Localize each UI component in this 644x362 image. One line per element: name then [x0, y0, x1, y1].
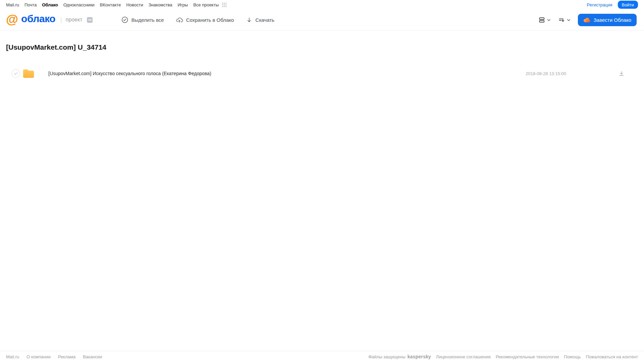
logo-wordmark: облако: [21, 14, 55, 24]
toolbar: Выделить все Сохранить в Облако Скача: [121, 16, 274, 23]
footer: Mail.ru О компании Реклама Вакансии Файл…: [0, 351, 644, 362]
header-controls: Завести Облако: [538, 14, 637, 26]
footer-link-report-content[interactable]: Пожаловаться на контент: [586, 354, 638, 359]
topnav: Mail.ru Почта Облако Одноклассники ВКонт…: [0, 0, 644, 9]
vk-badge-icon: VK: [87, 17, 93, 23]
main-content: [UsupovMarket.com] U_34714: [0, 31, 644, 351]
chevron-down-icon: [566, 18, 571, 22]
footer-link-mailru[interactable]: Mail.ru: [6, 354, 19, 359]
topnav-link-pochta[interactable]: Почта: [24, 2, 37, 7]
footer-link-help[interactable]: Помощь: [564, 354, 581, 359]
sort-toggle[interactable]: [558, 16, 571, 23]
cloud-icon: [583, 17, 591, 22]
footer-link-ads[interactable]: Реклама: [58, 354, 76, 359]
select-all-label: Выделить все: [131, 17, 164, 23]
footer-link-recommendations[interactable]: Рекомендательные технологии: [496, 354, 559, 359]
file-row[interactable]: [UsupovMarket.com] Искусство сексуальног…: [6, 65, 638, 82]
project-label: проект: [66, 17, 83, 23]
create-cloud-label: Завести Облако: [594, 17, 631, 23]
create-cloud-button[interactable]: Завести Облако: [578, 14, 637, 26]
page-title: [UsupovMarket.com] U_34714: [6, 43, 638, 51]
save-to-cloud-label: Сохранить в Облако: [186, 17, 234, 23]
topnav-link-odnoklassniki[interactable]: Одноклассники: [63, 2, 95, 7]
cloud-upload-icon: [176, 16, 183, 23]
footer-link-vacancies[interactable]: Вакансии: [83, 354, 102, 359]
topnav-link-igry[interactable]: Игры: [178, 2, 188, 7]
at-icon: @: [6, 13, 18, 25]
topnav-link-znakomstva[interactable]: Знакомства: [148, 2, 172, 7]
sort-icon: [558, 16, 565, 23]
chevron-down-icon: [547, 18, 551, 22]
file-date: 2018-08-28 13:15:00: [526, 71, 566, 76]
topnav-link-mailru[interactable]: Mail.ru: [6, 2, 19, 7]
row-checkbox[interactable]: [11, 69, 20, 78]
footer-link-license[interactable]: Лицензионное соглашение: [436, 354, 491, 359]
list-view-icon: [538, 16, 545, 23]
download-button[interactable]: Скачать: [246, 17, 274, 23]
download-label: Скачать: [255, 17, 274, 23]
topnav-link-oblako[interactable]: Облако: [42, 2, 58, 7]
file-name-link[interactable]: [UsupovMarket.com] Искусство сексуальног…: [48, 71, 211, 76]
topnav-link-vkontakte[interactable]: ВКонтакте: [100, 2, 121, 7]
cloud-logo[interactable]: @ облако | проект VK: [6, 14, 93, 26]
row-download-button[interactable]: [618, 70, 625, 76]
select-all-button[interactable]: Выделить все: [121, 16, 164, 23]
login-button[interactable]: Войти: [618, 1, 638, 9]
page: Mail.ru Почта Облако Одноклассники ВКонт…: [0, 0, 644, 362]
save-to-cloud-button[interactable]: Сохранить в Облако: [176, 16, 234, 23]
check-circle-icon: [121, 16, 128, 23]
files-protected-label: Файлы защищены: [368, 354, 405, 359]
header: @ облако | проект VK Выделить все: [0, 9, 644, 31]
footer-link-about[interactable]: О компании: [27, 354, 51, 359]
footer-right: Файлы защищены kaspersky Лицензионное со…: [368, 354, 638, 359]
registration-link[interactable]: Регистрация: [587, 2, 612, 7]
logo-divider: |: [60, 16, 62, 23]
folder-icon: [22, 68, 35, 79]
view-mode-toggle[interactable]: [538, 16, 551, 23]
topnav-link-all-projects[interactable]: Все проекты: [193, 2, 219, 7]
download-icon: [618, 70, 625, 76]
kaspersky-logo[interactable]: kaspersky: [407, 354, 431, 359]
download-arrow-icon: [246, 17, 252, 23]
apps-grid-icon[interactable]: [222, 3, 227, 7]
topnav-link-novosti[interactable]: Новости: [126, 2, 143, 7]
